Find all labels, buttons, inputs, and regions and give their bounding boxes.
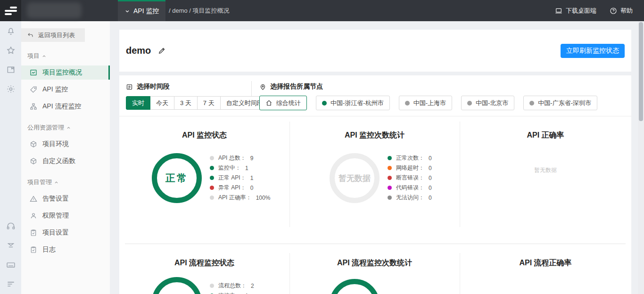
legend-value: 0 bbox=[429, 195, 432, 201]
time-option-7days[interactable]: 7 天 bbox=[197, 96, 221, 110]
node-button-shenzhen[interactable]: 中国-广东省-深圳市 bbox=[523, 96, 597, 110]
sidebar-item-logs[interactable]: 日志 bbox=[21, 243, 110, 257]
section-title-shared-resources[interactable]: 公用资源管理 bbox=[27, 123, 110, 132]
section-label: 项目 bbox=[27, 52, 40, 60]
redacted-account-name[interactable] bbox=[27, 2, 82, 18]
sidebar-item-label: 日志 bbox=[42, 245, 56, 254]
api-counts-ring: 暂无数据 bbox=[330, 153, 380, 203]
user-icon bbox=[30, 212, 37, 220]
logo-icon bbox=[5, 7, 17, 15]
node-filter-label: 选择报告所属节点 bbox=[270, 82, 323, 91]
breadcrumb: / demo / 项目监控概况 bbox=[169, 0, 230, 21]
node-button-hangzhou[interactable]: 中国-浙江省-杭州市 bbox=[316, 96, 390, 110]
legend-value: 1 bbox=[245, 165, 248, 172]
back-to-project-list-button[interactable]: 返回项目列表 bbox=[21, 28, 85, 42]
legend-value: 100% bbox=[256, 195, 271, 201]
calendar-icon bbox=[126, 83, 133, 90]
legend-dot bbox=[210, 176, 214, 180]
sidebar-item-api-monitor[interactable]: API 监控 bbox=[21, 82, 110, 97]
node-button-beijing[interactable]: 中国-北京市 bbox=[461, 96, 514, 110]
legend-label: 无法访问： bbox=[396, 194, 424, 202]
app-logo[interactable] bbox=[0, 0, 21, 21]
help-label: 帮助 bbox=[620, 7, 633, 15]
legend-label: 代码错误： bbox=[396, 184, 424, 192]
sidebar-item-label: API 监控 bbox=[42, 85, 68, 94]
node-label: 中国-上海市 bbox=[413, 99, 446, 107]
headphones-icon[interactable] bbox=[6, 221, 16, 231]
tab-api-monitor[interactable]: API 监控 bbox=[118, 0, 165, 21]
chevron-down-icon bbox=[124, 8, 130, 14]
icon-rail bbox=[0, 21, 21, 294]
list-lines-icon[interactable] bbox=[6, 279, 16, 289]
scrollbar-thumb[interactable] bbox=[639, 22, 643, 121]
legend-item: 流程总数：2 bbox=[210, 281, 254, 291]
section-title-project[interactable]: 项目 bbox=[27, 52, 110, 60]
legend-item: 网络超时：0 bbox=[388, 163, 432, 173]
sidebar-item-alert-settings[interactable]: 告警设置 bbox=[21, 192, 110, 206]
legend-dot bbox=[210, 156, 214, 160]
legend-label: 正常 API： bbox=[218, 174, 246, 182]
sidebar-item-label: 告警设置 bbox=[42, 195, 69, 203]
tab-label: API 监控 bbox=[133, 7, 159, 16]
api-rate-card-title: API 正确率 bbox=[460, 131, 631, 140]
node-label: 中国-浙江省-杭州市 bbox=[330, 99, 384, 107]
legend-item: 正常次数：0 bbox=[388, 153, 432, 163]
chevron-up-icon bbox=[66, 126, 71, 130]
keyboard-icon[interactable] bbox=[6, 260, 16, 270]
inbox-funnel-icon[interactable] bbox=[6, 241, 16, 250]
api-counts-legend: 正常次数：0 网络超时：0 断言错误：0 代码错误：0 无法访问：0 bbox=[388, 153, 432, 203]
section-title-project-mgmt[interactable]: 项目管理 bbox=[27, 178, 110, 187]
sidebar-item-permissions[interactable]: 权限管理 bbox=[21, 209, 110, 223]
star-icon[interactable] bbox=[6, 46, 16, 55]
edit-pencil-icon[interactable] bbox=[158, 47, 166, 55]
sidebar-item-label: 自定义函数 bbox=[42, 157, 75, 165]
time-option-3days[interactable]: 3 天 bbox=[174, 96, 198, 110]
aggregate-stats-label: 综合统计 bbox=[276, 99, 301, 107]
node-button-row: 综合统计 中国-浙江省-杭州市 中国-上海市 中国-北京市 中国-广东省-深圳市 bbox=[259, 96, 597, 110]
help-icon bbox=[610, 7, 617, 15]
chevron-up-icon bbox=[42, 54, 46, 58]
refresh-monitor-status-button[interactable]: 立即刷新监控状态 bbox=[561, 44, 625, 58]
time-option-today[interactable]: 今天 bbox=[150, 96, 174, 110]
time-option-realtime[interactable]: 实时 bbox=[126, 96, 150, 110]
aggregate-stats-button[interactable]: 综合统计 bbox=[259, 96, 307, 110]
monitor-overview-card: 选择时间段 实时 今天 3 天 7 天 自定义时间段 选择报告所属节点 综合统计 bbox=[119, 75, 631, 294]
clipboard-check-icon bbox=[30, 246, 37, 253]
project-header-card: demo 立即刷新监控状态 bbox=[119, 30, 631, 72]
gear-icon[interactable] bbox=[6, 84, 16, 94]
sidebar-item-custom-functions[interactable]: 自定义函数 bbox=[21, 154, 110, 168]
legend-dot bbox=[388, 186, 392, 190]
legend-dot bbox=[388, 156, 392, 160]
sidebar-item-project-overview[interactable]: 项目监控概况 bbox=[21, 65, 110, 80]
legend-label: 网络超时： bbox=[396, 164, 424, 172]
time-filter-label-row: 选择时间段 bbox=[126, 82, 170, 91]
legend-label: 正常次数： bbox=[396, 154, 424, 162]
scrollbar-track[interactable] bbox=[638, 21, 644, 294]
sidebar-item-label: 项目监控概况 bbox=[42, 68, 82, 77]
bookmark-folder-icon[interactable] bbox=[6, 65, 16, 74]
sidebar-item-project-env[interactable]: 项目环境 bbox=[21, 137, 110, 151]
sidebar: 返回项目列表 项目 项目监控概况 API 监控 API 流程监控 公用资源管理 … bbox=[21, 21, 110, 294]
download-desktop-button[interactable]: 下载桌面端 bbox=[555, 7, 596, 15]
rail-bottom-group bbox=[0, 221, 21, 289]
time-filter-group: 选择时间段 实时 今天 3 天 7 天 自定义时间段 bbox=[126, 82, 170, 91]
sidebar-item-api-flow-monitor[interactable]: API 流程监控 bbox=[21, 99, 110, 114]
legend-dot bbox=[210, 284, 214, 288]
node-button-shanghai[interactable]: 中国-上海市 bbox=[399, 96, 452, 110]
time-range-button-group: 实时 今天 3 天 7 天 自定义时间段 bbox=[126, 96, 269, 110]
node-label: 中国-广东省-深圳市 bbox=[538, 99, 591, 107]
bell-icon[interactable] bbox=[6, 26, 16, 36]
cube-icon bbox=[30, 157, 37, 165]
api-counts-card-title: API 监控次数统计 bbox=[289, 131, 460, 140]
api-counts-ring-text: 暂无数据 bbox=[339, 173, 371, 184]
sidebar-item-project-settings[interactable]: 项目设置 bbox=[21, 226, 110, 240]
legend-item: 监控中：1 bbox=[210, 163, 270, 173]
flow-status-ring: 正常 bbox=[152, 277, 202, 294]
help-button[interactable]: 帮助 bbox=[610, 7, 633, 15]
clipboard-check-icon bbox=[30, 229, 37, 237]
legend-item: API 总数：9 bbox=[210, 153, 270, 163]
legend-dot bbox=[210, 166, 214, 170]
legend-value: 0 bbox=[429, 165, 432, 172]
flow-status-card-title: API 流程监控状态 bbox=[119, 258, 289, 268]
node-status-dot bbox=[405, 101, 410, 106]
